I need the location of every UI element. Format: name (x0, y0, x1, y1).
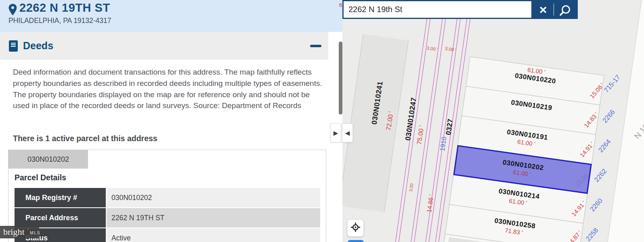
zoom-in-button[interactable] (348, 240, 364, 242)
location-pin-icon (7, 3, 18, 18)
parcel-tab[interactable]: 030N010202 (8, 150, 88, 169)
watermark-dot-icon (27, 228, 29, 230)
crosshair-icon (350, 222, 361, 234)
parcel-map[interactable]: N 19th St 61.00 ' 030N010220 030N010219 … (342, 0, 644, 242)
deeds-description: Deed information and document transactio… (13, 67, 322, 111)
arrow-right-icon: ▶ (334, 129, 338, 137)
page-title: 2262 N 19TH ST (19, 1, 110, 15)
row-value: 2262 N 19TH ST (107, 208, 320, 227)
brightmls-watermark: bright MLS (0, 226, 39, 238)
map-stage: N 19th St 61.00 ' 030N010220 030N010219 … (342, 0, 644, 242)
table-row: Map Registry # 030N010202 (15, 188, 320, 207)
panel-collapse-button[interactable]: ◀ (342, 123, 353, 142)
search-buttons: × (533, 0, 578, 19)
locate-me-button[interactable] (347, 219, 364, 237)
arrow-left-icon: ◀ (345, 129, 350, 137)
search-button[interactable] (554, 5, 577, 14)
partial-dim-label: 6 (339, 2, 342, 8)
search-icon (562, 5, 570, 14)
atlas-app: 2262 N 19TH ST PHILADELPHIA, PA 19132-43… (0, 0, 644, 242)
row-label: Map Registry # (15, 188, 106, 207)
collapse-minus-icon[interactable] (310, 45, 321, 47)
watermark-brand: bright (3, 227, 25, 237)
deeds-section-header[interactable]: Deeds (0, 32, 328, 60)
street-name-label: N 19th St (632, 110, 644, 141)
row-value: Active (107, 228, 320, 242)
watermark-suffix: MLS (30, 230, 40, 235)
clear-search-button[interactable]: × (533, 1, 554, 19)
parcel-details-title: Parcel Details (15, 173, 66, 182)
deeds-section-title: Deeds (23, 32, 53, 60)
row-label: Parcel Address (15, 208, 106, 227)
page-subtitle: PHILADELPHIA, PA 19132-4317 (8, 17, 111, 25)
deeds-panel: 2262 N 19TH ST PHILADELPHIA, PA 19132-43… (0, 0, 342, 242)
address-header: 2262 N 19TH ST PHILADELPHIA, PA 19132-43… (0, 0, 342, 32)
parcel-tab-panel: 030N010202 Parcel Details Map Registry #… (8, 150, 326, 242)
panel-scrollbar[interactable] (339, 42, 342, 115)
active-parcel-count: There is 1 active parcel at this address (13, 134, 157, 143)
panel-expand-button[interactable]: ▶ (330, 123, 341, 142)
search-input[interactable] (342, 0, 533, 19)
close-icon: × (539, 2, 547, 17)
parcel-details-table: Map Registry # 030N010202 Parcel Address… (15, 188, 320, 242)
book-icon (9, 40, 18, 52)
table-row: Status Active (15, 228, 320, 242)
table-row: Parcel Address 2262 N 19TH ST (15, 208, 320, 227)
row-value: 030N010202 (107, 188, 320, 207)
